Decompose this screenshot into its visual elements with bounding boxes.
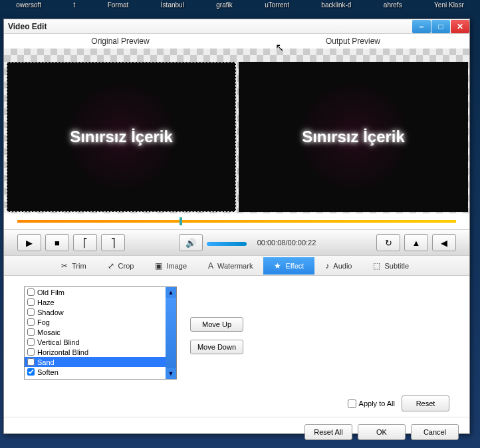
scroll-up-arrow[interactable]: ▲ [166, 287, 176, 298]
tab-label: Trim [72, 262, 86, 270]
effect-label: Horizontal Blind [37, 348, 88, 356]
effect-item[interactable]: Soften [25, 367, 166, 377]
preview-area: Sınırsız İçerik Sınırsız İçerik [4, 49, 469, 213]
effect-label: Mosaic [37, 328, 60, 336]
rotate-button[interactable]: ↻ [376, 234, 400, 251]
effect-checkbox[interactable] [27, 308, 35, 316]
effect-label: Sand [37, 358, 55, 366]
apply-to-all-input[interactable] [348, 399, 356, 408]
trim-start-button[interactable]: ⎡ [73, 234, 97, 251]
video-edit-window: Video Edit – □ ✕ Original Preview Output… [3, 19, 470, 434]
time-display: 00:00:08/00:00:22 [257, 239, 316, 247]
preview-text: Sınırsız İçerik [70, 128, 173, 146]
desktop-icon-label[interactable]: Format [104, 1, 132, 9]
effect-checkbox[interactable] [27, 318, 35, 326]
titlebar[interactable]: Video Edit – □ ✕ [4, 19, 469, 34]
effect-item[interactable]: Sand [25, 357, 166, 367]
tab-label: Audio [333, 262, 352, 270]
tab-subtitle[interactable]: ⬚Subtitle [362, 257, 420, 275]
apply-to-all-checkbox[interactable]: Apply to All [348, 399, 395, 408]
desktop-icon-label[interactable]: grafik [213, 1, 235, 9]
reset-all-button[interactable]: Reset All [304, 424, 352, 440]
effect-item[interactable]: Mosaic [25, 327, 166, 337]
effect-checkbox[interactable] [27, 328, 35, 336]
effect-panel: Old FilmHazeShadowFogMosaicVertical Blin… [4, 276, 469, 395]
tab-image[interactable]: ▣Image [144, 257, 197, 275]
effect-label: Vertical Blind [37, 338, 80, 346]
timeline-bar[interactable] [17, 220, 456, 223]
close-button[interactable]: ✕ [451, 20, 469, 33]
crop-icon: ⤢ [108, 261, 114, 271]
maximize-button[interactable]: □ [431, 20, 450, 33]
tab-crop[interactable]: ⤢Crop [97, 257, 145, 275]
tab-audio[interactable]: ♪Audio [314, 257, 362, 275]
desktop-icon-label[interactable]: Yeni Klasr [431, 1, 467, 9]
tab-trim[interactable]: ✂Trim [51, 257, 97, 275]
watermark-icon: A [208, 261, 213, 271]
effect-item[interactable]: Shadow [25, 307, 166, 317]
effect-label: Soften [37, 368, 59, 376]
effect-checkbox[interactable] [27, 338, 35, 346]
image-icon: ▣ [155, 261, 162, 271]
output-preview[interactable]: Sınırsız İçerik [239, 62, 468, 212]
timeline-playhead[interactable] [180, 217, 182, 225]
effect-checkbox[interactable] [27, 358, 35, 366]
flip-horizontal-button[interactable]: ▲ [404, 234, 428, 251]
minimize-button[interactable]: – [412, 20, 431, 33]
effect-checkbox[interactable] [27, 348, 35, 356]
effect-label: Haze [37, 298, 55, 306]
effect-checkbox[interactable] [27, 298, 35, 306]
desktop-icon-label[interactable]: ahrefs [380, 1, 406, 9]
effect-item[interactable]: Fog [25, 317, 166, 327]
trim-end-button[interactable]: ⎤ [101, 234, 125, 251]
effect-item[interactable]: Old Film [25, 287, 166, 297]
reset-button[interactable]: Reset [402, 395, 449, 411]
volume-slider[interactable] [207, 242, 247, 246]
playback-controls: ▶ ■ ⎡ ⎤ 🔊 00:00:08/00:00:22 ↻ ▲ ◀ [4, 229, 469, 256]
tab-label: Effect [285, 262, 304, 270]
effect-item[interactable]: Horizontal Blind [25, 347, 166, 357]
effect-label: Fog [37, 318, 50, 326]
desktop-icon-label[interactable]: uTorrent [261, 1, 293, 9]
effect-checkbox[interactable] [27, 288, 35, 296]
effect-item[interactable]: Vertical Blind [25, 337, 166, 347]
effect-checkbox[interactable] [27, 368, 35, 376]
tab-watermark[interactable]: AWatermark [197, 257, 263, 275]
effect-list: Old FilmHazeShadowFogMosaicVertical Blin… [24, 286, 177, 380]
subtitle-icon: ⬚ [373, 261, 380, 271]
tab-label: Crop [118, 262, 134, 270]
tab-effect[interactable]: ★Effect [263, 257, 314, 275]
tab-bar: ✂Trim⤢Crop▣ImageAWatermark★Effect♪Audio⬚… [4, 256, 469, 276]
move-down-button[interactable]: Move Down [190, 340, 243, 354]
cancel-button[interactable]: Cancel [411, 424, 459, 440]
play-button[interactable]: ▶ [17, 234, 41, 251]
effect-item[interactable]: Haze [25, 297, 166, 307]
flip-vertical-button[interactable]: ◀ [432, 234, 456, 251]
audio-icon: ♪ [325, 261, 329, 271]
desktop-icon-label[interactable]: İstanbul [158, 1, 187, 9]
trim-icon: ✂ [61, 261, 68, 271]
original-preview-label: Original Preview [4, 37, 237, 46]
scroll-down-arrow[interactable]: ▼ [166, 368, 176, 379]
timeline[interactable] [4, 213, 469, 229]
window-title: Video Edit [8, 22, 412, 31]
volume-button[interactable]: 🔊 [179, 234, 203, 251]
tab-label: Image [166, 262, 187, 270]
effect-label: Old Film [37, 288, 64, 296]
desktop-icon-label[interactable]: backlink-d [318, 1, 354, 9]
original-preview[interactable]: Sınırsız İçerik [7, 62, 236, 212]
desktop-icons-row: owersoft t Format İstanbul grafik uTorre… [0, 1, 480, 9]
scrollbar[interactable]: ▲ ▼ [166, 287, 176, 379]
effect-label: Shadow [37, 308, 64, 316]
tab-label: Watermark [217, 262, 253, 270]
tab-label: Subtitle [384, 262, 409, 270]
effect-icon: ★ [274, 261, 281, 271]
desktop-icon-label[interactable]: t [70, 1, 78, 9]
stop-button[interactable]: ■ [45, 234, 69, 251]
ok-button[interactable]: OK [358, 424, 406, 440]
desktop-icon-label[interactable]: owersoft [13, 1, 45, 9]
move-up-button[interactable]: Move Up [190, 317, 243, 332]
output-preview-label: Output Preview [237, 37, 469, 46]
preview-text: Sınırsız İçerik [302, 128, 405, 146]
